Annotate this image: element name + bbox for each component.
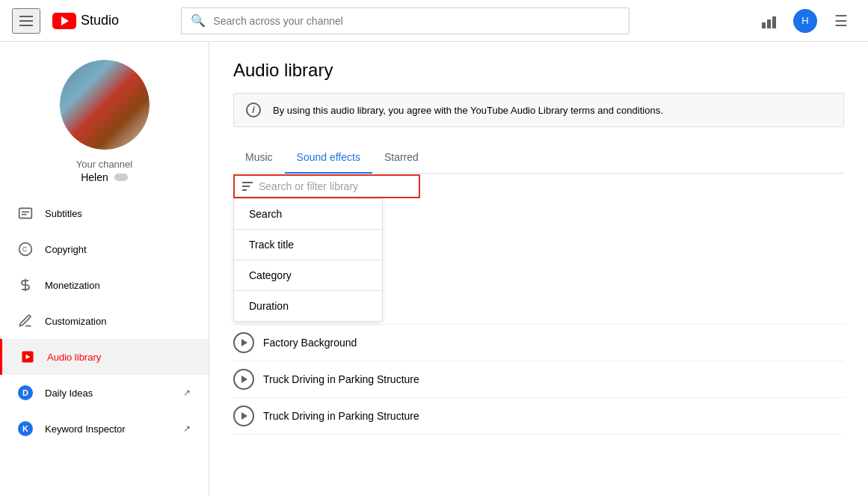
- sidebar: Your channel Helen Subtitles C Copyright: [0, 42, 209, 496]
- external-link-icon-2: ↗: [183, 423, 191, 434]
- monetization-icon: [18, 278, 33, 293]
- audio-library-icon: [20, 349, 35, 364]
- track-name-3: Truck Driving in Parking Structure: [263, 373, 419, 385]
- search-filter-container: Search or filter library Search Track ti…: [233, 174, 420, 198]
- info-banner: i By using this audio library, you agree…: [233, 93, 844, 127]
- logo-text: Studio: [81, 13, 119, 28]
- filter-option-duration[interactable]: Duration: [234, 291, 382, 321]
- table-row: Factory Background: [233, 325, 844, 361]
- avatar-image: [60, 60, 150, 150]
- table-row: Truck Driving in Parking Structure: [233, 398, 844, 435]
- filter-option-track-title[interactable]: Track title: [234, 230, 382, 260]
- search-filter-box[interactable]: Search or filter library: [233, 174, 420, 198]
- sidebar-navigation: Subtitles C Copyright Monetization: [0, 195, 209, 496]
- analytics-icon: [762, 13, 777, 28]
- svg-text:C: C: [22, 245, 28, 253]
- header-right: H ☰: [754, 6, 856, 36]
- more-icon: ☰: [834, 12, 848, 30]
- main-layout: Your channel Helen Subtitles C Copyright: [0, 42, 868, 496]
- analytics-button[interactable]: [754, 6, 784, 36]
- audio-library-label: Audio library: [47, 352, 101, 363]
- youtube-icon: [52, 13, 76, 29]
- channel-badge: [114, 174, 128, 181]
- daily-ideas-icon: D: [18, 385, 33, 400]
- channel-name: Helen: [81, 171, 128, 183]
- content-inner: Audio library i By using this audio libr…: [209, 42, 868, 453]
- page-title: Audio library: [233, 60, 844, 81]
- header-left: Studio: [12, 8, 119, 34]
- tab-sound-effects[interactable]: Sound effects: [285, 142, 372, 174]
- play-button-4[interactable]: [233, 405, 254, 426]
- sidebar-item-subtitles[interactable]: Subtitles: [0, 195, 209, 231]
- filter-dropdown: Search Track title Category Duration: [233, 198, 383, 322]
- logo[interactable]: Studio: [52, 13, 119, 29]
- sidebar-item-daily-ideas[interactable]: D Daily Ideas ↗: [0, 375, 209, 411]
- tab-music[interactable]: Music: [233, 142, 285, 174]
- tab-starred[interactable]: Starred: [372, 142, 431, 174]
- filter-placeholder: Search or filter library: [259, 180, 358, 192]
- track-name-4: Truck Driving in Parking Structure: [263, 410, 419, 422]
- more-options-button[interactable]: ☰: [826, 6, 856, 36]
- play-button-2[interactable]: [233, 332, 254, 353]
- filter-icon[interactable]: [242, 182, 253, 191]
- search-icon: 🔍: [191, 13, 206, 28]
- keyword-inspector-label: Keyword Inspector: [45, 423, 126, 435]
- sidebar-item-audio-library[interactable]: Audio library: [0, 339, 209, 375]
- customization-icon: [18, 313, 33, 328]
- search-bar[interactable]: 🔍: [181, 7, 630, 34]
- sidebar-item-copyright[interactable]: C Copyright: [0, 231, 209, 267]
- main-content: Audio library i By using this audio libr…: [209, 42, 868, 496]
- sidebar-item-keyword-inspector[interactable]: K Keyword Inspector ↗: [0, 411, 209, 447]
- channel-label: Your channel: [76, 159, 132, 170]
- info-text: By using this audio library, you agree w…: [273, 105, 663, 116]
- keyword-inspector-icon: K: [18, 421, 33, 436]
- info-icon: i: [246, 102, 261, 117]
- track-name-2: Factory Background: [263, 337, 357, 349]
- search-input[interactable]: [213, 15, 620, 27]
- user-avatar-button[interactable]: H: [790, 6, 820, 36]
- svg-rect-0: [19, 208, 32, 218]
- app-header: Studio 🔍 H ☰: [0, 0, 868, 42]
- external-link-icon: ↗: [183, 388, 191, 398]
- copyright-label: Copyright: [45, 244, 87, 255]
- monetization-label: Monetization: [45, 280, 100, 291]
- filter-option-search[interactable]: Search: [234, 199, 382, 229]
- avatar: H: [793, 9, 817, 33]
- copyright-icon: C: [18, 242, 33, 257]
- hamburger-button[interactable]: [12, 8, 40, 34]
- channel-section: Your channel Helen: [0, 42, 209, 195]
- subtitles-icon: [18, 206, 33, 221]
- sidebar-item-customization[interactable]: Customization: [0, 303, 209, 339]
- customization-label: Customization: [45, 316, 106, 327]
- play-button-3[interactable]: [233, 369, 254, 390]
- tabs: Music Sound effects Starred: [233, 142, 844, 174]
- channel-avatar[interactable]: [60, 60, 150, 150]
- subtitles-label: Subtitles: [45, 208, 82, 219]
- daily-ideas-label: Daily Ideas: [45, 388, 93, 399]
- table-row: Truck Driving in Parking Structure: [233, 361, 844, 398]
- sidebar-item-monetization[interactable]: Monetization: [0, 267, 209, 303]
- filter-option-category[interactable]: Category: [234, 260, 382, 290]
